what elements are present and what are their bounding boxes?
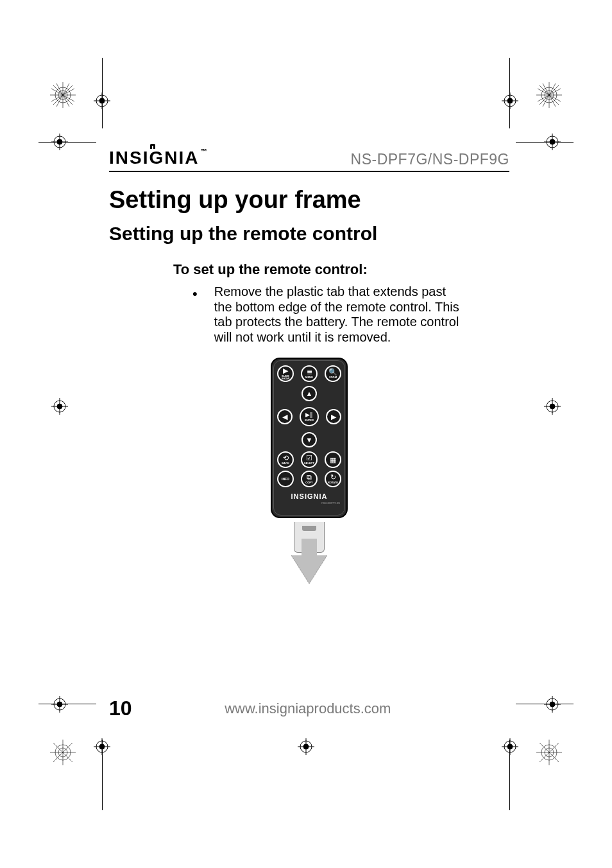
svg-line-7 — [56, 83, 69, 107]
crop-guide — [509, 58, 510, 128]
play-icon: ▶ — [283, 367, 288, 374]
svg-point-41 — [550, 404, 555, 409]
grid-icon: ▦ — [330, 456, 336, 464]
instruction-bullet: • Remove the plastic tab that extends pa… — [192, 284, 462, 345]
svg-point-58 — [541, 745, 557, 760]
remote-button-select: ☑SELECT — [301, 451, 318, 468]
svg-point-37 — [57, 404, 62, 409]
manual-page: INSIGNIA™ NS-DPF7G/NS-DPF9G Setting up y… — [0, 0, 612, 868]
remote-button-info: INFO — [277, 471, 294, 487]
remote-model-text: RM-NSDPF10G — [277, 501, 341, 505]
remote-dpad: ▲ ▼ ◀ ▶ ▶∥ ENTER — [277, 386, 341, 447]
section-subtitle: Setting up the remote control — [109, 223, 509, 245]
bullet-icon: • — [192, 287, 198, 345]
step-heading: To set up the remote control: — [173, 261, 509, 278]
svg-line-62 — [540, 743, 559, 762]
svg-point-68 — [547, 699, 558, 710]
copy-icon: ⧉ — [307, 474, 312, 481]
svg-point-29 — [507, 98, 513, 103]
crop-guide — [38, 142, 96, 143]
svg-point-64 — [504, 741, 516, 752]
crop-guide — [516, 142, 574, 143]
instruction-text: Remove the plastic tab that extends past… — [214, 284, 462, 345]
svg-line-25 — [543, 83, 556, 107]
remote-button-label: COPY — [305, 482, 312, 484]
remote-button-label: INFO — [282, 478, 289, 481]
page-footer: 10 www.insigniaproducts.com — [109, 697, 509, 720]
remote-button-slideshow: ▶SLIDE SHOW — [277, 365, 294, 382]
brand-logo: INSIGNIA™ — [109, 148, 207, 168]
zoom-icon: 🔍 — [328, 369, 337, 376]
down-arrow-icon — [291, 555, 327, 584]
remote-figure: ▶SLIDE SHOW ≣MENU 🔍ZOOM ▲ ▼ ◀ ▶ ▶∥ ENTER… — [258, 358, 361, 584]
svg-point-54 — [54, 699, 65, 710]
remote-button-rotate: ↻ROTATE — [325, 471, 341, 487]
svg-point-1 — [58, 91, 67, 100]
page-number: 10 — [109, 697, 132, 720]
battery-tab-handle — [302, 526, 316, 531]
svg-line-22 — [540, 85, 559, 105]
svg-line-23 — [540, 85, 559, 105]
registration-crosshair-icon — [502, 738, 518, 755]
svg-point-65 — [507, 744, 513, 749]
remote-button-copy: ⧉COPY — [301, 471, 318, 487]
svg-point-55 — [57, 702, 62, 707]
remote-button-label: ROTATE — [328, 482, 338, 484]
svg-line-6 — [56, 83, 69, 107]
svg-line-5 — [53, 85, 72, 105]
remote-button-zoom: 🔍ZOOM — [325, 365, 341, 382]
remote-button-menu: ≣MENU — [301, 365, 318, 382]
registration-crosshair-icon — [502, 92, 518, 109]
svg-line-63 — [540, 743, 559, 762]
remote-button-label: MENU — [305, 376, 313, 379]
dpad-right-icon: ▶ — [326, 409, 341, 424]
svg-line-4 — [53, 85, 72, 105]
remote-button-label: ZOOM — [329, 376, 337, 379]
remote-button-label: SELECT — [304, 462, 314, 465]
rotate-icon: ↻ — [330, 474, 336, 481]
crop-guide — [516, 704, 574, 704]
svg-line-8 — [51, 89, 74, 101]
remote-button-calendar: ▦ — [325, 451, 341, 468]
page-header: INSIGNIA™ NS-DPF7G/NS-DPF9G — [109, 148, 509, 172]
registration-sunburst-icon — [536, 740, 562, 765]
remote-control-illustration: ▶SLIDE SHOW ≣MENU 🔍ZOOM ▲ ▼ ◀ ▶ ▶∥ ENTER… — [271, 358, 348, 518]
registration-crosshair-icon — [51, 398, 68, 415]
remote-button-label: ENTER — [305, 419, 314, 422]
svg-point-59 — [545, 748, 554, 757]
svg-line-9 — [51, 89, 74, 101]
page-content: INSIGNIA™ NS-DPF7G/NS-DPF9G Setting up y… — [109, 148, 509, 720]
crop-guide — [102, 58, 103, 128]
registration-crosshair-icon — [298, 738, 314, 755]
registration-crosshair-icon — [544, 696, 561, 713]
dpad-up-icon: ▲ — [302, 386, 317, 401]
remote-button-label: SLIDE SHOW — [282, 375, 289, 380]
svg-point-18 — [541, 87, 557, 103]
svg-point-36 — [54, 401, 65, 412]
svg-point-45 — [58, 748, 67, 757]
svg-line-48 — [53, 743, 72, 762]
dpad-down-icon: ▼ — [302, 432, 317, 447]
svg-point-19 — [545, 91, 554, 100]
crop-guide — [509, 740, 510, 810]
svg-line-26 — [538, 89, 561, 101]
check-icon: ☑ — [306, 455, 312, 462]
dpad-enter-button: ▶∥ ENTER — [300, 407, 319, 426]
svg-point-72 — [300, 741, 312, 752]
model-number: NS-DPF7G/NS-DPF9G — [351, 151, 509, 168]
section-title: Setting up your frame — [109, 186, 509, 214]
svg-point-0 — [55, 87, 71, 103]
crop-guide — [102, 740, 103, 810]
trademark-symbol: ™ — [200, 148, 207, 155]
svg-point-40 — [547, 401, 558, 412]
website-url: www.insigniaproducts.com — [132, 700, 484, 717]
svg-line-27 — [538, 89, 561, 101]
crop-guide — [38, 704, 96, 704]
remote-button-label: BACK — [282, 462, 289, 465]
menu-icon: ≣ — [307, 369, 312, 376]
svg-point-69 — [550, 702, 555, 707]
svg-line-24 — [543, 83, 556, 107]
svg-point-44 — [55, 745, 71, 760]
registration-sunburst-icon — [50, 740, 76, 765]
back-icon: ⟲ — [283, 455, 289, 462]
